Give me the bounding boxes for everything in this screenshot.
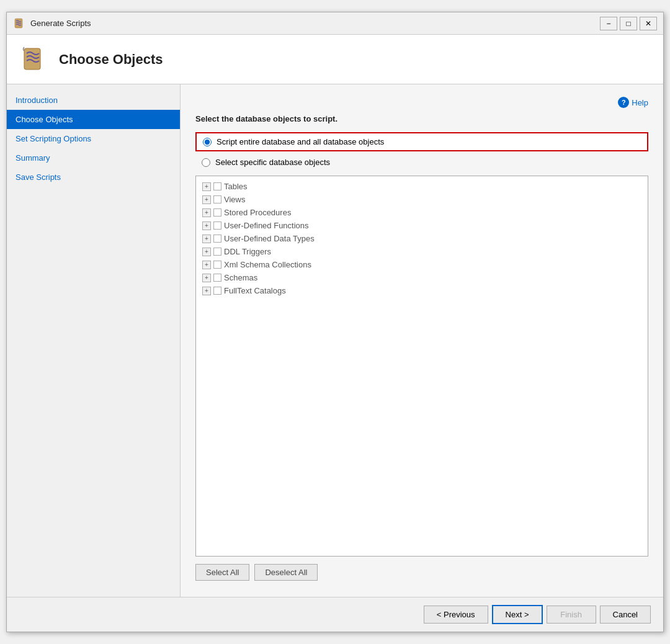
tree-item-user-defined-data-types[interactable]: + User-Defined Data Types: [199, 232, 645, 245]
svg-rect-1: [24, 48, 40, 69]
sidebar-item-choose-objects[interactable]: Choose Objects: [7, 110, 180, 129]
title-bar-left: Generate Scripts: [13, 17, 91, 30]
content-area: Introduction Choose Objects Set Scriptin…: [7, 84, 663, 597]
instruction-text: Select the database objects to script.: [195, 114, 648, 123]
tree-item-stored-procedures[interactable]: + Stored Procedures: [199, 206, 645, 219]
checkbox-udf[interactable]: [213, 221, 221, 230]
sidebar-item-set-scripting-options[interactable]: Set Scripting Options: [7, 129, 180, 148]
main-window: Generate Scripts − □ ✕ Choose Objects In…: [6, 12, 664, 632]
expand-stored-procedures[interactable]: +: [202, 208, 211, 217]
expand-xml-schema[interactable]: +: [202, 261, 211, 269]
page-title: Choose Objects: [59, 51, 163, 68]
help-icon: ?: [618, 97, 629, 108]
select-all-button[interactable]: Select All: [195, 564, 249, 581]
next-button[interactable]: Next >: [492, 605, 543, 624]
expand-uddt[interactable]: +: [202, 235, 211, 243]
tree-item-xml-schema[interactable]: + Xml Schema Collections: [199, 258, 645, 271]
checkbox-fulltext-catalogs[interactable]: [213, 287, 221, 295]
help-link[interactable]: ? Help: [618, 97, 648, 108]
deselect-all-button[interactable]: Deselect All: [254, 564, 318, 581]
expand-udf[interactable]: +: [202, 221, 211, 230]
window-title: Generate Scripts: [30, 19, 91, 28]
expand-views[interactable]: +: [202, 195, 211, 204]
tree-item-views[interactable]: + Views: [199, 193, 645, 206]
radio-specific-db[interactable]: [202, 158, 210, 167]
previous-button[interactable]: < Previous: [424, 606, 488, 624]
sidebar-item-summary[interactable]: Summary: [7, 148, 180, 168]
sidebar-item-introduction[interactable]: Introduction: [7, 91, 180, 110]
header-icon: [19, 45, 49, 74]
checkbox-ddl-triggers[interactable]: [213, 248, 221, 256]
cancel-button[interactable]: Cancel: [600, 606, 651, 624]
checkbox-stored-procedures[interactable]: [213, 208, 221, 217]
tree-item-tables[interactable]: + Tables: [199, 180, 645, 193]
title-bar: Generate Scripts − □ ✕: [7, 12, 663, 35]
finish-button[interactable]: Finish: [547, 606, 596, 624]
tree-item-schemas[interactable]: + Schemas: [199, 271, 645, 284]
radio-entire-db[interactable]: [203, 138, 212, 146]
expand-tables[interactable]: +: [202, 182, 211, 191]
restore-button[interactable]: □: [620, 17, 637, 30]
radio-group: Script entire database and all database …: [195, 132, 648, 167]
tree-item-fulltext-catalogs[interactable]: + FullText Catalogs: [199, 284, 645, 297]
title-buttons: − □ ✕: [600, 17, 657, 30]
sidebar-item-save-scripts[interactable]: Save Scripts: [7, 168, 180, 187]
checkbox-tables[interactable]: [213, 182, 221, 190]
main-panel: ? Help Select the database objects to sc…: [181, 84, 663, 597]
expand-ddl-triggers[interactable]: +: [202, 248, 211, 256]
tree-item-user-defined-functions[interactable]: + User-Defined Functions: [199, 219, 645, 232]
minimize-button[interactable]: −: [600, 17, 617, 30]
radio-option-entire-db[interactable]: Script entire database and all database …: [195, 132, 648, 151]
footer: < Previous Next > Finish Cancel: [7, 597, 663, 632]
close-button[interactable]: ✕: [640, 17, 657, 30]
expand-schemas[interactable]: +: [202, 274, 211, 282]
expand-fulltext-catalogs[interactable]: +: [202, 287, 211, 295]
object-tree[interactable]: + Tables + Views + Stored Procedures +: [195, 176, 648, 557]
header-section: Choose Objects: [7, 35, 663, 84]
checkbox-views[interactable]: [213, 195, 221, 203]
radio-option-specific[interactable]: Select specific database objects: [195, 158, 648, 167]
tree-item-ddl-triggers[interactable]: + DDL Triggers: [199, 245, 645, 258]
checkbox-xml-schema[interactable]: [213, 261, 221, 269]
checkbox-uddt[interactable]: [213, 235, 221, 243]
app-icon: [13, 17, 25, 30]
selection-buttons: Select All Deselect All: [195, 564, 648, 581]
checkbox-schemas[interactable]: [213, 274, 221, 282]
sidebar: Introduction Choose Objects Set Scriptin…: [7, 84, 181, 597]
